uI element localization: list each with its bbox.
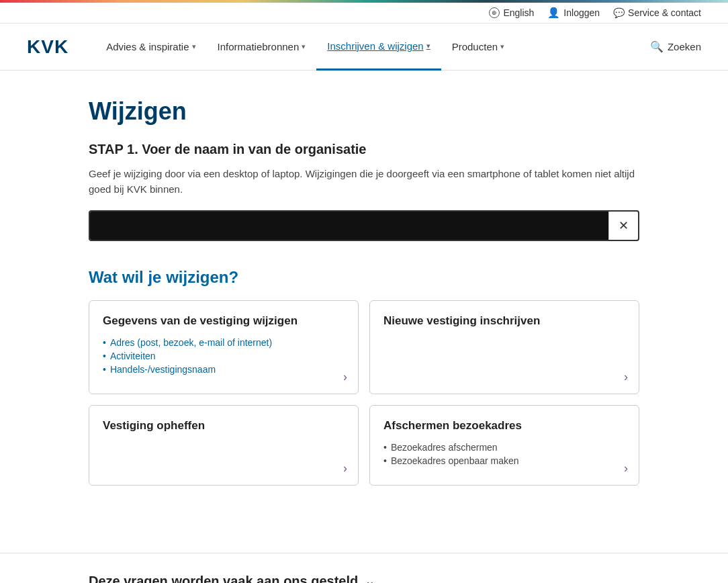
list-item: Handels-/vestigingsnaam xyxy=(103,363,345,376)
card-arrow-icon: › xyxy=(624,370,628,384)
login-label: Inloggen xyxy=(563,7,600,18)
card-nieuwe-vestiging[interactable]: Nieuwe vestiging inschrijven › xyxy=(369,300,639,394)
card-title: Nieuwe vestiging inschrijven xyxy=(383,314,625,328)
page-content: Wijzigen STAP 1. Voer de naam in van de … xyxy=(62,71,666,553)
nav-item-informatie[interactable]: Informatiebronnen ▾ xyxy=(207,24,317,71)
service-label: Service & contact xyxy=(628,7,701,18)
step-title: STAP 1. Voer de naam in van de organisat… xyxy=(89,142,639,157)
nav-item-advies[interactable]: Advies & inspiratie ▾ xyxy=(95,24,206,71)
card-vestiging-opheffen[interactable]: Vestiging opheffen › xyxy=(89,405,359,486)
nav-search[interactable]: 🔍 Zoeken xyxy=(650,40,701,53)
card-title: Afschermen bezoekadres xyxy=(383,419,625,433)
chevron-down-icon: ▾ xyxy=(500,42,504,51)
login-link[interactable]: 👤 Inloggen xyxy=(547,7,600,19)
organisation-name-input[interactable] xyxy=(90,212,608,240)
faq-accordion-toggle[interactable]: Deze vragen worden vaak aan ons gesteld … xyxy=(89,574,639,583)
card-vestiging-wijzigen[interactable]: Gegevens van de vestiging wijzigen Adres… xyxy=(89,300,359,394)
chat-icon: 💬 xyxy=(613,7,625,18)
card-arrow-icon: › xyxy=(343,370,347,384)
service-contact-link[interactable]: 💬 Service & contact xyxy=(613,7,701,18)
nav-search-label: Zoeken xyxy=(668,41,701,52)
list-item: Bezoekadres afschermen xyxy=(383,441,625,454)
card-arrow-icon: › xyxy=(343,461,347,476)
card-arrow-icon: › xyxy=(624,461,628,476)
language-switcher[interactable]: ⊕ English xyxy=(489,7,534,18)
list-item: Bezoekadres openbaar maken xyxy=(383,454,625,467)
kvk-logo[interactable]: KVK xyxy=(27,36,69,58)
nav-item-informatie-label: Informatiebronnen xyxy=(218,41,300,52)
language-label: English xyxy=(503,7,534,18)
search-icon: 🔍 xyxy=(650,40,664,53)
nav-item-producten[interactable]: Producten ▾ xyxy=(441,24,515,71)
chevron-down-icon: ⌄ xyxy=(365,574,375,584)
section-title: Wat wil je wijzigen? xyxy=(89,268,639,287)
list-item: Adres (post, bezoek, e-mail of internet) xyxy=(103,336,345,349)
faq-section: Deze vragen worden vaak aan ons gesteld … xyxy=(62,574,666,583)
chevron-down-icon: ▾ xyxy=(426,42,430,50)
person-icon: 👤 xyxy=(547,7,560,19)
search-box-container: ✕ xyxy=(89,210,639,241)
main-nav: KVK Advies & inspiratie ▾ Informatiebron… xyxy=(0,24,728,71)
clear-input-button[interactable]: ✕ xyxy=(608,212,638,240)
list-item: Activiteiten xyxy=(103,349,345,363)
cards-grid: Gegevens van de vestiging wijzigen Adres… xyxy=(89,300,639,486)
footer-divider xyxy=(0,553,728,553)
faq-title-text: Deze vragen worden vaak aan ons gesteld xyxy=(89,574,358,583)
globe-icon: ⊕ xyxy=(489,7,500,18)
nav-item-inschrijven-label: Inschrijven & wijzigen xyxy=(327,40,423,52)
card-afschermen-bezoekadres[interactable]: Afschermen bezoekadres Bezoekadres afsch… xyxy=(369,405,639,486)
nav-item-advies-label: Advies & inspiratie xyxy=(106,41,189,52)
card-title: Gegevens van de vestiging wijzigen xyxy=(103,314,345,328)
top-bar: ⊕ English 👤 Inloggen 💬 Service & contact xyxy=(0,3,728,24)
card-list: Bezoekadres afschermen Bezoekadres openb… xyxy=(383,441,625,467)
page-title: Wijzigen xyxy=(89,97,639,126)
card-title: Vestiging opheffen xyxy=(103,419,345,433)
card-list: Adres (post, bezoek, e-mail of internet)… xyxy=(103,336,345,376)
nav-items: Advies & inspiratie ▾ Informatiebronnen … xyxy=(95,24,650,71)
chevron-down-icon: ▾ xyxy=(302,42,306,51)
nav-item-inschrijven[interactable]: Inschrijven & wijzigen ▾ xyxy=(316,24,441,71)
nav-item-producten-label: Producten xyxy=(452,41,498,52)
chevron-down-icon: ▾ xyxy=(192,42,196,51)
step-description: Geef je wijziging door via een desktop o… xyxy=(89,167,639,197)
